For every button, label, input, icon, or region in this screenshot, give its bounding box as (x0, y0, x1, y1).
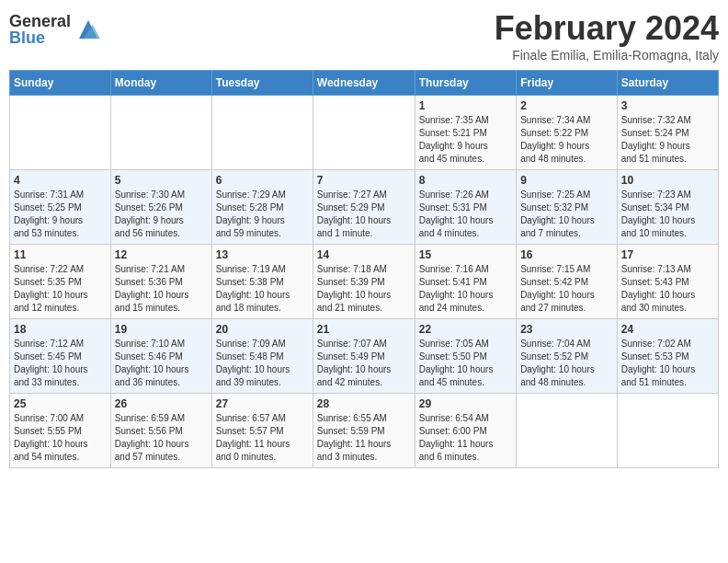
calendar-cell: 7Sunrise: 7:27 AMSunset: 5:29 PMDaylight… (313, 170, 415, 245)
calendar-week-row: 11Sunrise: 7:22 AMSunset: 5:35 PMDayligh… (10, 245, 719, 319)
day-info: Sunrise: 7:00 AMSunset: 5:55 PMDaylight:… (14, 412, 107, 464)
day-info: Sunrise: 7:07 AMSunset: 5:49 PMDaylight:… (317, 338, 411, 389)
calendar-week-row: 4Sunrise: 7:31 AMSunset: 5:25 PMDaylight… (10, 170, 719, 245)
logo-blue-text: Blue (9, 29, 71, 46)
day-info: Sunrise: 7:16 AMSunset: 5:41 PMDaylight:… (419, 263, 512, 315)
day-number: 18 (14, 323, 107, 336)
calendar-cell: 4Sunrise: 7:31 AMSunset: 5:25 PMDaylight… (10, 170, 111, 245)
calendar-cell: 22Sunrise: 7:05 AMSunset: 5:50 PMDayligh… (415, 319, 516, 394)
day-number: 4 (14, 174, 107, 187)
day-number: 15 (419, 248, 512, 261)
calendar-cell (517, 394, 618, 468)
calendar-week-row: 18Sunrise: 7:12 AMSunset: 5:45 PMDayligh… (10, 319, 719, 394)
calendar-cell: 27Sunrise: 6:57 AMSunset: 5:57 PMDayligh… (211, 394, 313, 468)
day-number: 25 (14, 397, 107, 410)
calendar-week-row: 25Sunrise: 7:00 AMSunset: 5:55 PMDayligh… (10, 394, 719, 468)
calendar-cell: 3Sunrise: 7:32 AMSunset: 5:24 PMDaylight… (617, 96, 718, 170)
day-info: Sunrise: 7:22 AMSunset: 5:35 PMDaylight:… (14, 263, 107, 315)
calendar-cell: 26Sunrise: 6:59 AMSunset: 5:56 PMDayligh… (110, 394, 211, 468)
day-info: Sunrise: 7:13 AMSunset: 5:43 PMDaylight:… (621, 263, 714, 315)
title-section: February 2024 Finale Emilia, Emilia-Roma… (495, 9, 719, 63)
calendar-cell: 17Sunrise: 7:13 AMSunset: 5:43 PMDayligh… (617, 245, 718, 319)
day-number: 7 (317, 174, 411, 187)
day-number: 29 (419, 397, 512, 410)
calendar-header-sunday: Sunday (10, 71, 111, 96)
day-info: Sunrise: 7:34 AMSunset: 5:22 PMDaylight:… (520, 114, 613, 166)
day-info: Sunrise: 7:02 AMSunset: 5:53 PMDaylight:… (621, 338, 714, 389)
calendar-cell (617, 394, 718, 468)
calendar-cell: 1Sunrise: 7:35 AMSunset: 5:21 PMDaylight… (415, 96, 516, 170)
calendar-cell: 8Sunrise: 7:26 AMSunset: 5:31 PMDaylight… (415, 170, 516, 245)
day-number: 16 (520, 248, 613, 261)
logo-icon (74, 16, 102, 43)
calendar-week-row: 1Sunrise: 7:35 AMSunset: 5:21 PMDaylight… (10, 96, 719, 170)
calendar-cell: 9Sunrise: 7:25 AMSunset: 5:32 PMDaylight… (517, 170, 618, 245)
day-number: 23 (520, 323, 613, 336)
calendar-header-friday: Friday (517, 71, 618, 96)
day-number: 12 (115, 248, 208, 261)
day-number: 10 (621, 174, 714, 187)
calendar-header-row: SundayMondayTuesdayWednesdayThursdayFrid… (10, 71, 719, 96)
day-info: Sunrise: 7:19 AMSunset: 5:38 PMDaylight:… (216, 263, 309, 315)
day-number: 20 (216, 323, 309, 336)
day-info: Sunrise: 7:23 AMSunset: 5:34 PMDaylight:… (621, 189, 714, 240)
calendar-table: SundayMondayTuesdayWednesdayThursdayFrid… (9, 70, 719, 468)
day-info: Sunrise: 7:12 AMSunset: 5:45 PMDaylight:… (14, 338, 107, 389)
day-info: Sunrise: 7:04 AMSunset: 5:52 PMDaylight:… (520, 338, 613, 389)
calendar-cell: 15Sunrise: 7:16 AMSunset: 5:41 PMDayligh… (415, 245, 516, 319)
day-info: Sunrise: 6:59 AMSunset: 5:56 PMDaylight:… (115, 412, 208, 464)
location: Finale Emilia, Emilia-Romagna, Italy (495, 48, 719, 63)
calendar-cell: 10Sunrise: 7:23 AMSunset: 5:34 PMDayligh… (617, 170, 718, 245)
month-title: February 2024 (495, 9, 719, 48)
day-info: Sunrise: 7:35 AMSunset: 5:21 PMDaylight:… (419, 114, 512, 166)
calendar-cell: 14Sunrise: 7:18 AMSunset: 5:39 PMDayligh… (313, 245, 415, 319)
calendar-header-thursday: Thursday (415, 71, 516, 96)
day-number: 5 (115, 174, 208, 187)
day-info: Sunrise: 7:18 AMSunset: 5:39 PMDaylight:… (317, 263, 411, 315)
day-info: Sunrise: 6:55 AMSunset: 5:59 PMDaylight:… (317, 412, 411, 464)
logo-general-text: General (9, 13, 71, 29)
day-number: 11 (14, 248, 107, 261)
day-number: 17 (621, 248, 714, 261)
calendar-cell: 28Sunrise: 6:55 AMSunset: 5:59 PMDayligh… (313, 394, 415, 468)
day-number: 13 (216, 248, 309, 261)
page-header: General Blue February 2024 Finale Emilia… (9, 9, 719, 63)
calendar-cell: 6Sunrise: 7:29 AMSunset: 5:28 PMDaylight… (211, 170, 313, 245)
calendar-cell: 18Sunrise: 7:12 AMSunset: 5:45 PMDayligh… (10, 319, 111, 394)
day-info: Sunrise: 7:29 AMSunset: 5:28 PMDaylight:… (216, 189, 309, 240)
day-number: 2 (520, 99, 613, 112)
day-info: Sunrise: 7:26 AMSunset: 5:31 PMDaylight:… (419, 189, 512, 240)
calendar-cell (10, 96, 111, 170)
calendar-cell: 24Sunrise: 7:02 AMSunset: 5:53 PMDayligh… (617, 319, 718, 394)
calendar-cell (313, 96, 415, 170)
calendar-header-monday: Monday (110, 71, 211, 96)
day-number: 27 (216, 397, 309, 410)
day-info: Sunrise: 7:31 AMSunset: 5:25 PMDaylight:… (14, 189, 107, 240)
calendar-cell: 21Sunrise: 7:07 AMSunset: 5:49 PMDayligh… (313, 319, 415, 394)
calendar-cell: 29Sunrise: 6:54 AMSunset: 6:00 PMDayligh… (415, 394, 516, 468)
calendar-cell: 20Sunrise: 7:09 AMSunset: 5:48 PMDayligh… (211, 319, 313, 394)
day-number: 21 (317, 323, 411, 336)
day-number: 19 (115, 323, 208, 336)
day-number: 9 (520, 174, 613, 187)
calendar-cell: 13Sunrise: 7:19 AMSunset: 5:38 PMDayligh… (211, 245, 313, 319)
day-number: 26 (115, 397, 208, 410)
calendar-cell (211, 96, 313, 170)
day-number: 14 (317, 248, 411, 261)
calendar-header-saturday: Saturday (617, 71, 718, 96)
calendar-cell: 11Sunrise: 7:22 AMSunset: 5:35 PMDayligh… (10, 245, 111, 319)
calendar-cell: 12Sunrise: 7:21 AMSunset: 5:36 PMDayligh… (110, 245, 211, 319)
day-info: Sunrise: 7:05 AMSunset: 5:50 PMDaylight:… (419, 338, 512, 389)
calendar-cell: 25Sunrise: 7:00 AMSunset: 5:55 PMDayligh… (10, 394, 111, 468)
calendar-cell: 19Sunrise: 7:10 AMSunset: 5:46 PMDayligh… (110, 319, 211, 394)
day-info: Sunrise: 7:10 AMSunset: 5:46 PMDaylight:… (115, 338, 208, 389)
day-info: Sunrise: 6:57 AMSunset: 5:57 PMDaylight:… (216, 412, 309, 464)
calendar-cell: 23Sunrise: 7:04 AMSunset: 5:52 PMDayligh… (517, 319, 618, 394)
day-number: 28 (317, 397, 411, 410)
calendar-cell: 5Sunrise: 7:30 AMSunset: 5:26 PMDaylight… (110, 170, 211, 245)
day-number: 22 (419, 323, 512, 336)
day-info: Sunrise: 7:21 AMSunset: 5:36 PMDaylight:… (115, 263, 208, 315)
calendar-cell: 2Sunrise: 7:34 AMSunset: 5:22 PMDaylight… (517, 96, 618, 170)
calendar-cell (110, 96, 211, 170)
logo: General Blue (9, 13, 102, 46)
